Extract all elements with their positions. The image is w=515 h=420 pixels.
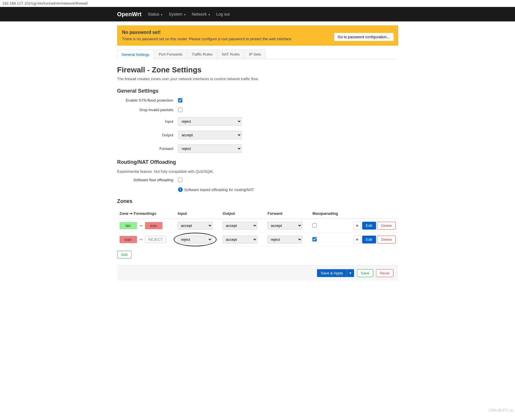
save-button[interactable]: Save — [357, 269, 373, 277]
col-output: Output — [220, 208, 265, 219]
zone-masq-checkbox[interactable] — [312, 237, 317, 241]
drop-invalid-checkbox[interactable] — [178, 108, 182, 112]
sw-offload-help: Software based offloading for routing/NA… — [184, 188, 254, 192]
zone-src-badge: wan — [120, 236, 137, 243]
zone-masq-checkbox[interactable] — [312, 223, 317, 228]
zone-row: lan⇒wanacceptacceptaccept≡EditDelete — [117, 219, 398, 233]
offloading-desc: Experimental feature. Not fully compatib… — [117, 169, 398, 174]
zone-src-badge: lan — [120, 222, 137, 229]
caret-icon: ▾ — [160, 13, 162, 16]
zone-dst-reject: REJECT — [145, 236, 166, 243]
syn-flood-label: Enable SYN-flood protection — [117, 98, 178, 102]
edit-zone-button[interactable]: Edit — [362, 222, 376, 230]
save-apply-dropdown[interactable]: ▾ — [347, 269, 354, 277]
tab-port-forwards[interactable]: Port Forwards — [154, 49, 187, 59]
input-label: Input — [117, 119, 178, 124]
nav-logout[interactable]: Log out — [216, 12, 230, 16]
drop-invalid-label: Drop invalid packets — [117, 108, 178, 112]
page-desc: The firewall creates zones over your net… — [117, 77, 398, 81]
zone-output-select[interactable]: accept — [223, 222, 257, 230]
zones-table: Zone ⇒ Forwardings Input Output Forward … — [117, 208, 398, 247]
url-bar: 192.168.127.102/cgi-bin/luci/admin/netwo… — [0, 0, 515, 7]
goto-password-button[interactable]: Go to password configuration... — [334, 33, 394, 41]
alert-no-password: No password set! There is no password se… — [117, 25, 398, 45]
zone-forward-select[interactable]: accept — [267, 222, 302, 230]
zone-input-select[interactable]: accept — [178, 222, 212, 230]
input-select[interactable]: reject — [178, 117, 242, 126]
zone-output-select[interactable]: accept — [223, 236, 257, 243]
tab-general-settings[interactable]: General Settings — [117, 50, 154, 59]
nav-system[interactable]: System ▾ — [169, 12, 185, 16]
edit-zone-button[interactable]: Edit — [362, 236, 376, 243]
general-heading: General Settings — [117, 88, 398, 94]
syn-flood-checkbox[interactable] — [178, 98, 182, 102]
nav-network[interactable]: Network ▾ — [192, 12, 210, 16]
zones-heading: Zones — [117, 198, 398, 204]
forward-label: Forward — [117, 146, 178, 151]
reset-button[interactable]: Reset — [376, 269, 393, 277]
nav-status[interactable]: Status ▾ — [148, 12, 162, 16]
col-input: Input — [175, 208, 220, 219]
delete-zone-button[interactable]: Delete — [377, 222, 396, 230]
zone-input-select[interactable]: reject — [178, 236, 212, 243]
save-apply-button[interactable]: Save & Apply — [317, 269, 347, 277]
arrow-icon: ⇒ — [139, 237, 143, 242]
navbar: OpenWrt Status ▾ System ▾ Network ▾ Log … — [0, 7, 515, 21]
offloading-heading: Routing/NAT Offloading — [117, 159, 398, 165]
zone-row: wan⇒REJECTrejectacceptreject≡EditDelete — [117, 233, 398, 247]
tab-nat-rules[interactable]: NAT Rules — [217, 49, 244, 59]
drag-handle-icon[interactable]: ≡ — [353, 236, 361, 243]
sw-offload-label: Software flow offloading — [117, 178, 178, 182]
zone-dst-badge: wan — [145, 222, 162, 229]
delete-zone-button[interactable]: Delete — [377, 236, 396, 243]
tab-traffic-rules[interactable]: Traffic Rules — [187, 49, 217, 59]
col-masq: Masquerading — [310, 208, 344, 219]
add-zone-button[interactable]: Add — [117, 251, 131, 258]
output-label: Output — [117, 133, 178, 137]
arrow-icon: ⇒ — [139, 223, 143, 228]
drag-handle-icon[interactable]: ≡ — [353, 222, 361, 230]
caret-icon: ▾ — [208, 13, 210, 16]
tab-ip-sets[interactable]: IP Sets — [245, 49, 265, 59]
caret-icon: ▾ — [183, 13, 186, 16]
col-forward: Forward — [265, 208, 310, 219]
zone-forward-select[interactable]: reject — [267, 236, 302, 243]
page-title: Firewall - Zone Settings — [117, 65, 398, 74]
sw-offload-checkbox[interactable] — [178, 178, 182, 182]
output-select[interactable]: accept — [178, 131, 242, 139]
col-zone: Zone ⇒ Forwardings — [117, 208, 175, 219]
forward-select[interactable]: reject — [178, 144, 242, 153]
brand: OpenWrt — [117, 11, 142, 18]
footer-actions: Save & Apply ▾ Save Reset — [117, 265, 398, 280]
info-icon: ? — [178, 187, 183, 192]
tabs: General Settings Port Forwards Traffic R… — [117, 49, 398, 59]
